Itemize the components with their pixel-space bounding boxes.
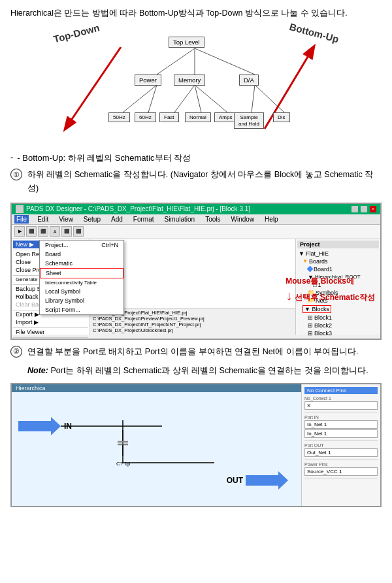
window-controls: × <box>351 206 376 212</box>
svg-marker-12 <box>18 417 61 435</box>
node-fast: Fast <box>159 112 179 122</box>
toolbar-btn-2[interactable]: ⬛ <box>26 226 37 237</box>
menu-add[interactable]: Add <box>109 215 125 224</box>
sw-app-icon <box>16 205 24 213</box>
menu-tools[interactable]: Tools <box>203 215 222 224</box>
node-memory: Memory <box>174 75 205 86</box>
node-50hz: 50Hz <box>108 112 130 122</box>
menu-file[interactable]: File <box>14 215 29 224</box>
svg-line-8 <box>195 85 201 112</box>
proj-board1: Board1 <box>297 265 379 273</box>
in-arrow-shape <box>18 417 61 435</box>
left-item-fileviewer[interactable]: File Viewer <box>13 328 88 336</box>
screenshot2: Hierarchica IN C? 1p <box>10 383 382 507</box>
step2-number: ② <box>10 346 22 358</box>
toolbar-btn-6[interactable]: ⬛ <box>73 226 84 237</box>
maximize-button[interactable] <box>361 206 367 212</box>
in-arrow-container: IN <box>18 417 61 435</box>
toolbar-btn-1[interactable]: ▶ <box>14 226 25 237</box>
red-arrow-icon: ↓ <box>286 288 292 303</box>
svg-line-7 <box>174 85 195 112</box>
sw-toolbar: ▶ ⬛ ⬛ A ⬛ ⬛ <box>12 225 380 239</box>
svg-line-9 <box>195 85 227 112</box>
svg-marker-20 <box>246 471 288 490</box>
minimize-button[interactable] <box>351 206 358 212</box>
menu-format[interactable]: Format <box>131 215 156 224</box>
dd-sheet[interactable]: Sheet <box>40 268 123 278</box>
toolbar-btn-5[interactable]: ⬛ <box>61 226 72 237</box>
intro-text: Hierarchical은 만드는 방법에 따라 Bottom-Up방식과 To… <box>10 7 382 20</box>
proj-blocks[interactable]: ▼ Blocks <box>297 305 379 314</box>
proj-boards: ▼Boards <box>297 258 379 265</box>
power-pins-label: Power Pins <box>304 462 378 467</box>
svg-line-11 <box>255 85 284 112</box>
node-top-level: Top Level <box>169 37 204 48</box>
port-in-label: Port IN <box>304 415 378 420</box>
recent-file-4[interactable]: C:\PADS_DX_Project\Uiblock\test.prj <box>93 327 293 333</box>
menu-help[interactable]: Help <box>263 215 280 224</box>
proj-block2[interactable]: ⊞Block2 <box>297 322 379 329</box>
proj-block1[interactable]: ⊞Block1 <box>297 314 379 322</box>
note-label: Note: <box>27 366 48 375</box>
step2-note: Note: Port는 하위 레벨의 Schematic과 상위 레벨의 Sch… <box>27 364 382 378</box>
right-panel-title: No Connect Pins <box>304 387 378 394</box>
dd-scriptform[interactable]: Script Form... <box>40 305 123 314</box>
sw-menubar: File Edit View Setup Add Format Simulati… <box>12 214 380 225</box>
dd-localsymbol[interactable]: Local Symbol <box>40 287 123 296</box>
out-arrow-container: OUT <box>227 471 288 490</box>
port-out-label: Port OUT <box>304 443 378 448</box>
out-label: OUT <box>227 476 243 485</box>
step1-number: ① <box>10 169 22 180</box>
svg-line-4 <box>195 48 255 75</box>
proj-flat-hie: ▼Flat_HIE <box>297 250 379 258</box>
screenshot1: PADS DX Designer - C:\PADS_DX_Project\Fl… <box>10 203 382 340</box>
close-button[interactable]: × <box>370 206 376 212</box>
left-item-print[interactable]: Print... Ctrl+P <box>13 338 88 340</box>
note-text: Port는 하위 레벨의 Schematic과 상위 레벨의 Schematic… <box>50 366 368 375</box>
out-arrow-shape <box>246 471 288 490</box>
power-pins-section: Power Pins Source_VCC 1 <box>304 462 378 478</box>
sw2-canvas: Hierarchica IN C? 1p <box>12 384 302 506</box>
svg-line-2 <box>157 48 195 75</box>
proj-block3[interactable]: ⊞Block3 <box>297 329 379 337</box>
node-60hz: 60Hz <box>135 112 156 122</box>
bottom-up-label-section: - - Bottom-Up: 하위 레벨의 Schematic부터 작성 <box>10 152 382 164</box>
node-power: Power <box>135 75 161 86</box>
port-out-section: Port OUT Out_Net 1 <box>304 443 378 459</box>
sw2-right-panel: No Connect Pins No_Conect 1 X Port IN In… <box>302 384 380 506</box>
svg-line-6 <box>148 85 157 112</box>
recent-file-3[interactable]: C:\PADS_DX_Project\INT_Project\INT_Proje… <box>93 322 293 327</box>
toolbar-btn-4[interactable]: A <box>50 226 60 237</box>
recent-file-2[interactable]: C:\PADS_DX_Project\Preview\Project1_Prev… <box>93 316 293 322</box>
capacitor-symbol: C? 1p <box>116 430 130 467</box>
sw-new-dropdown: Project... Ctrl+N Board Schematic Sheet … <box>39 240 124 315</box>
step2-content: 연결할 부분을 Port로 배치하고 Port의 이름을 부여하면 연결된 Ne… <box>27 345 382 359</box>
dd-schematic[interactable]: Schematic <box>40 259 123 268</box>
in-label: IN <box>64 422 72 431</box>
capacitor-label: C? 1p <box>116 461 130 467</box>
port-in-section: Port IN In_Net 1 In_Net 1 <box>304 415 378 441</box>
dd-libsymbol[interactable]: Library Symbol <box>40 296 123 305</box>
menu-setup[interactable]: Setup <box>82 215 103 224</box>
menu-edit[interactable]: Edit <box>35 215 50 224</box>
node-normal: Normal <box>185 112 211 122</box>
step1-block: ① 하위 레벨의 Schematic을 작성합니다. (Navigator 창에… <box>10 168 382 196</box>
left-item-import[interactable]: Import ▶ <box>13 318 88 326</box>
red-annotation: Mouse를 Blocks에 ↓ 선택후 Schematic작성 <box>286 276 375 305</box>
proj-panel-title: Project <box>297 241 379 248</box>
menu-view[interactable]: View <box>57 215 75 224</box>
menu-simulation[interactable]: Simulation <box>162 215 197 224</box>
node-da: D/A <box>239 75 259 86</box>
dd-project[interactable]: Project... Ctrl+N <box>40 241 123 250</box>
svg-line-10 <box>252 85 255 112</box>
svg-line-5 <box>123 85 157 112</box>
toolbar-btn-3[interactable]: ⬛ <box>38 226 48 237</box>
dd-board[interactable]: Board <box>40 250 123 259</box>
node-sample-hold: Sampleand Hold <box>234 112 264 129</box>
sw-title: PADS DX Designer - C:\PADS_DX_Project\Fl… <box>26 205 250 212</box>
dd-interconn[interactable]: Interconnectivity Table <box>40 278 123 287</box>
sw-titlebar: PADS DX Designer - C:\PADS_DX_Project\Fl… <box>12 204 380 214</box>
sw2-titlebar: Hierarchica <box>12 384 301 392</box>
menu-window[interactable]: Window <box>229 215 257 224</box>
step1-content: 하위 레벨의 Schematic을 작성합니다. (Navigator 창에서 … <box>27 168 382 196</box>
